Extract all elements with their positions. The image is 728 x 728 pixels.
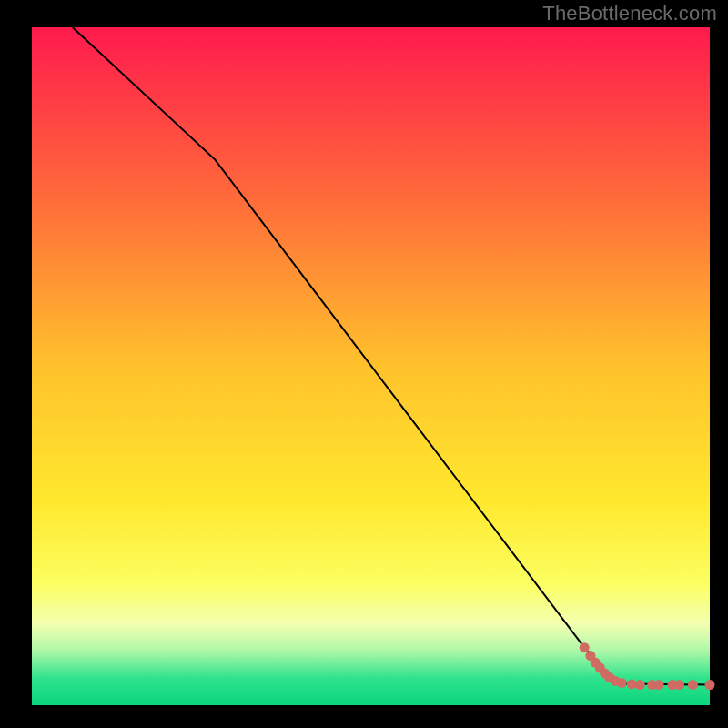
sample-point bbox=[580, 642, 590, 652]
chart-svg bbox=[0, 0, 728, 728]
sample-point bbox=[674, 680, 684, 690]
watermark-text: TheBottleneck.com bbox=[542, 2, 717, 25]
sample-point bbox=[654, 680, 664, 690]
sample-point bbox=[635, 680, 645, 690]
sample-point bbox=[617, 678, 627, 688]
chart-container: TheBottleneck.com bbox=[0, 0, 728, 728]
sample-point bbox=[688, 680, 698, 690]
sample-point bbox=[705, 680, 715, 690]
